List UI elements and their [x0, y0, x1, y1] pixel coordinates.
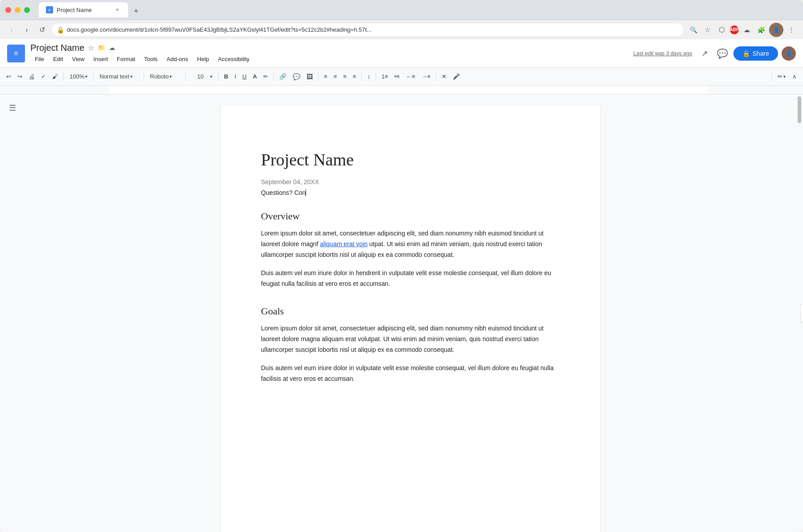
voice-input-button[interactable]: 🎤	[450, 70, 463, 83]
minimize-window-button[interactable]	[15, 7, 21, 13]
zoom-selector[interactable]: 100% ▾	[66, 70, 91, 83]
document-title[interactable]: Project Name	[261, 150, 560, 169]
back-button[interactable]: ‹	[5, 24, 18, 36]
overview-link[interactable]: aliquam erat voin	[320, 240, 368, 247]
text-color-button[interactable]: A	[250, 70, 260, 83]
menu-insert[interactable]: Insert	[89, 54, 112, 64]
paragraph-style-selector[interactable]: Normal text ▾	[96, 70, 141, 83]
font-size-chevron-icon: ▾	[210, 74, 212, 79]
address-bar[interactable]: 🔒 docs.google.com/document/d/1olcn-5f897…	[51, 23, 684, 37]
insert-link-button[interactable]: 🔗	[277, 70, 289, 83]
menu-tools[interactable]: Tools	[140, 54, 162, 64]
spellcheck-button[interactable]: ✓	[38, 70, 49, 83]
share-button[interactable]: 🔒 Share	[733, 46, 778, 61]
overview-paragraph-1[interactable]: Lorem ipsum dolor sit amet, consectetuer…	[261, 228, 560, 260]
document-area[interactable]: Project Name September 04, 20XX Question…	[25, 95, 796, 532]
line-spacing-button[interactable]: ↕	[364, 70, 373, 83]
document-date[interactable]: September 04, 20XX	[261, 178, 560, 186]
doc-title-row: Project Name ☆ 📁 ☁	[30, 43, 621, 53]
share-page-button[interactable]: ⬡	[716, 24, 728, 36]
ruler-right-margin	[789, 86, 799, 94]
paragraph-style-value: Normal text	[99, 73, 129, 80]
text-cursor	[306, 189, 306, 196]
menu-addons[interactable]: Add-ons	[162, 54, 192, 64]
insert-image-button[interactable]: 🖼	[304, 70, 315, 83]
url-display: docs.google.com/document/d/1olcn-5f897wu…	[67, 26, 679, 33]
menu-view[interactable]: View	[67, 54, 89, 64]
align-justify-button[interactable]: ≡	[350, 70, 359, 83]
doc-title-display[interactable]: Project Name	[30, 43, 84, 53]
refresh-button[interactable]: ↺	[36, 24, 48, 36]
numbered-list-button[interactable]: 1≡	[379, 70, 391, 83]
cloud-extension-icon[interactable]: ☁	[741, 24, 753, 36]
redo-button[interactable]: ↪	[15, 70, 25, 83]
scrollbar-thumb[interactable]	[798, 96, 801, 123]
new-tab-button[interactable]: +	[130, 5, 142, 17]
editing-mode-icon: ✏	[778, 73, 782, 80]
browser-profile-avatar[interactable]: 👤	[769, 23, 783, 37]
tab-title: Project Name	[57, 7, 110, 13]
toolbar-separator-5	[218, 72, 219, 81]
underline-button[interactable]: U	[240, 70, 249, 83]
collapse-panel-button[interactable]: ‹	[800, 305, 803, 322]
italic-button[interactable]: I	[232, 70, 239, 83]
bold-button[interactable]: B	[221, 70, 231, 83]
font-value: Roboto	[150, 73, 169, 80]
tab-close-button[interactable]: ×	[114, 6, 121, 13]
forward-button[interactable]: ›	[21, 24, 33, 36]
comments-button[interactable]: 💬	[716, 46, 730, 61]
insert-comment-button[interactable]: 💬	[290, 70, 303, 83]
nav-actions: 🔍 ☆ ⬡ ABP ☁ 🧩 👤 ⋮	[687, 23, 798, 37]
menu-file[interactable]: File	[30, 54, 49, 64]
toolbar-separator-10	[436, 72, 436, 81]
goals-heading[interactable]: Goals	[261, 305, 560, 317]
bulleted-list-button[interactable]: •≡	[392, 70, 402, 83]
cloud-save-button[interactable]: ☁	[109, 44, 115, 51]
share-lock-icon: 🔒	[742, 50, 750, 57]
browser-frame: Project Name × + ‹ › ↺ 🔒 docs.google.com…	[0, 0, 803, 532]
editing-mode-selector[interactable]: ✏ ▾	[774, 70, 789, 83]
collapse-toolbar-button[interactable]: ∧	[790, 70, 799, 83]
menu-accessibility[interactable]: Accessibility	[214, 54, 254, 64]
increase-indent-button[interactable]: →≡	[418, 70, 433, 83]
user-avatar[interactable]: 👤	[782, 46, 796, 61]
last-edit-label[interactable]: Last edit was 3 days ago	[633, 50, 692, 57]
print-button[interactable]: 🖨	[26, 70, 37, 83]
maximize-window-button[interactable]	[24, 7, 30, 13]
ruler-white-area	[109, 86, 708, 94]
activity-dashboard-button[interactable]: ↗	[698, 46, 712, 61]
menu-format[interactable]: Format	[112, 54, 140, 64]
font-selector[interactable]: Roboto ▾	[147, 70, 182, 83]
browser-menu-button[interactable]: ⋮	[785, 24, 798, 36]
align-center-button[interactable]: ≡	[331, 70, 340, 83]
active-tab[interactable]: Project Name ×	[39, 2, 128, 17]
goals-paragraph-1[interactable]: Lorem ipsum dolor sit amet, consectetuer…	[261, 323, 560, 355]
adblock-extension-icon[interactable]: ABP	[730, 25, 739, 34]
undo-button[interactable]: ↩	[4, 70, 14, 83]
paint-format-button[interactable]: 🖌	[50, 70, 61, 83]
search-icon-button[interactable]: 🔍	[687, 24, 700, 36]
document-outline-button[interactable]: ☰	[6, 102, 19, 114]
tab-favicon	[46, 6, 53, 13]
decrease-indent-button[interactable]: ←≡	[403, 70, 418, 83]
move-to-folder-button[interactable]: 📁	[98, 44, 105, 51]
overview-heading[interactable]: Overview	[261, 210, 560, 222]
clear-formatting-button[interactable]: ✕	[439, 70, 449, 83]
goals-paragraph-2[interactable]: Duis autem vel eum iriure dolor in vulpu…	[261, 363, 560, 384]
highlight-color-button[interactable]: ✏	[261, 70, 271, 83]
bookmark-button[interactable]: ☆	[701, 24, 714, 36]
menu-help[interactable]: Help	[193, 54, 214, 64]
menu-edit[interactable]: Edit	[49, 54, 67, 64]
extensions-button[interactable]: 🧩	[755, 24, 767, 36]
document-questions[interactable]: Questions? Con	[261, 189, 560, 196]
docs-app-icon: ≡	[7, 45, 25, 62]
scrollbar-area: ‹	[796, 95, 803, 532]
scrollbar-track[interactable]	[798, 96, 801, 123]
font-size-selector[interactable]: 10 ▾	[188, 70, 215, 83]
close-window-button[interactable]	[5, 7, 11, 13]
star-doc-button[interactable]: ☆	[88, 44, 94, 52]
align-left-button[interactable]: ≡	[321, 70, 330, 83]
overview-paragraph-2[interactable]: Duis autem vel eum iriure dolor in hendr…	[261, 268, 560, 289]
document-page: Project Name September 04, 20XX Question…	[221, 105, 600, 532]
align-right-button[interactable]: ≡	[340, 70, 349, 83]
